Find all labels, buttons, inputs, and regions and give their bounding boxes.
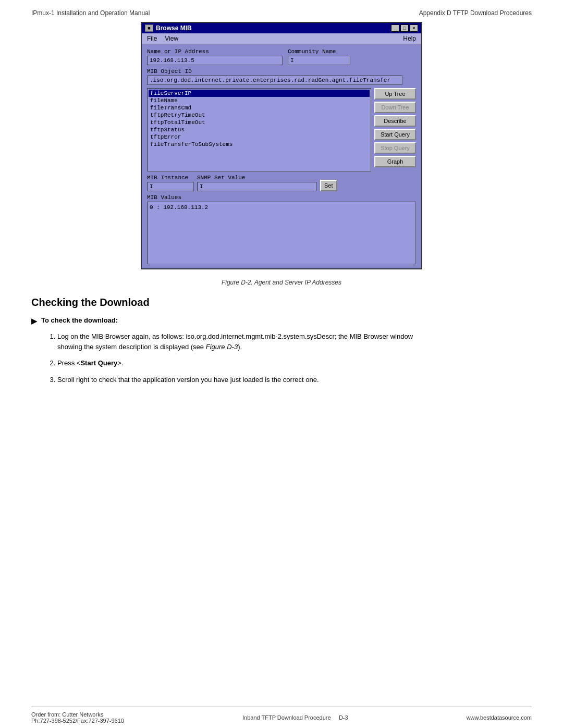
ip-label: Name or IP Address [147, 48, 283, 55]
titlebar-left: ■ Browse MIB [145, 24, 192, 32]
community-group: Community Name [288, 48, 350, 65]
start-query-button[interactable]: Start Query [374, 129, 416, 140]
mib-window: ■ Browse MIB _ □ × File View Help Name o… [141, 22, 422, 269]
snmp-input[interactable] [197, 182, 317, 191]
down-tree-button[interactable]: Down Tree [374, 102, 416, 113]
footer-phone: Ph:727-398-5252/Fax:727-397-9610 [31, 718, 124, 724]
list-item-tftptotal[interactable]: tftpTotalTimeOut [149, 119, 370, 126]
close-button[interactable]: × [410, 24, 418, 32]
menu-file[interactable]: File [147, 35, 157, 42]
step-1: Log on the MIB Browser again, as follows… [57, 331, 422, 352]
page-header: IPmux-1 Installation and Operation Manua… [0, 0, 563, 22]
ip-community-row: Name or IP Address Community Name [147, 48, 416, 65]
mib-oid-group: MIB Object ID [147, 68, 416, 85]
instance-input[interactable] [147, 182, 194, 191]
steps-list: Log on the MIB Browser again, as follows… [57, 331, 422, 385]
mib-titlebar: ■ Browse MIB _ □ × [142, 23, 421, 33]
list-item-filetranscmd[interactable]: fileTransCmd [149, 104, 370, 112]
mib-action-buttons: Up Tree Down Tree Describe Start Query S… [374, 88, 416, 171]
up-tree-button[interactable]: Up Tree [374, 88, 416, 100]
window-icon: ■ [145, 24, 153, 32]
mib-oid-input[interactable] [147, 76, 402, 85]
step-3: Scroll right to check that the applicati… [57, 375, 422, 385]
community-input[interactable] [288, 56, 350, 65]
header-right: Appendix D TFTP Download Procedures [419, 9, 532, 17]
footer-content: Order from: Cutter Networks Ph:727-398-5… [0, 707, 563, 728]
step-2: Press <Start Query>. [57, 358, 422, 368]
footer-right: www.bestdatasource.com [467, 714, 532, 721]
section-title: Checking the Download [31, 297, 422, 309]
step3-text: Scroll right to check that the applicati… [57, 376, 319, 384]
stop-query-button[interactable]: Stop Query [374, 142, 416, 154]
graph-button[interactable]: Graph [374, 156, 416, 167]
mib-body: Name or IP Address Community Name MIB Ob… [142, 44, 421, 268]
ip-group: Name or IP Address [147, 48, 283, 65]
menu-left: File View [147, 35, 178, 42]
mib-list: fileServerIP fileName fileTransCmd tftpR… [147, 88, 371, 171]
mib-instance-row: MIB Instance SNMP Set Value Set [147, 175, 416, 191]
list-item-filetransfer[interactable]: fileTransferToSubSystems [149, 141, 370, 148]
instance-group: MIB Instance [147, 175, 194, 191]
minimize-button[interactable]: _ [391, 24, 399, 32]
mib-values-content: 0 : 192.168.113.2 [150, 204, 208, 211]
list-item-filename[interactable]: fileName [149, 97, 370, 104]
instance-label: MIB Instance [147, 175, 194, 181]
arrow-icon: ▶ [31, 317, 37, 325]
list-item-tftperror[interactable]: tftpError [149, 133, 370, 141]
list-item-fileserverip[interactable]: fileServerIP [149, 90, 370, 97]
maximize-button[interactable]: □ [400, 24, 409, 32]
list-item-tftpretry[interactable]: tftpRetryTimeOut [149, 112, 370, 119]
set-button[interactable]: Set [320, 180, 337, 191]
mib-menubar: File View Help [142, 33, 421, 44]
figure-caption: Figure D-2. Agent and Server IP Addresse… [222, 279, 341, 286]
snmp-group: SNMP Set Value [197, 175, 317, 191]
mib-list-section: fileServerIP fileName fileTransCmd tftpR… [147, 88, 416, 171]
list-item-tftpstatus[interactable]: tftpStatus [149, 126, 370, 133]
footer-center: Inband TFTP Download Procedure D-3 [242, 714, 348, 721]
describe-button[interactable]: Describe [374, 115, 416, 127]
footer-order: Order from: Cutter Networks [31, 711, 103, 718]
snmp-label: SNMP Set Value [197, 175, 317, 181]
menu-help[interactable]: Help [403, 35, 416, 42]
menu-view[interactable]: View [165, 35, 178, 42]
subtitle-text: To check the download: [41, 316, 118, 324]
window-title: Browse MIB [156, 24, 192, 32]
titlebar-controls: _ □ × [391, 24, 418, 32]
step1-figure-ref: Figure D-3 [206, 343, 238, 351]
section-content: Checking the Download ▶ To check the dow… [31, 297, 422, 391]
header-left: IPmux-1 Installation and Operation Manua… [31, 9, 150, 17]
page-footer: Order from: Cutter Networks Ph:727-398-5… [0, 707, 563, 728]
footer-center-line1: Inband TFTP Download Procedure [242, 714, 331, 721]
footer-left: Order from: Cutter Networks Ph:727-398-5… [31, 711, 124, 724]
community-label: Community Name [288, 48, 350, 55]
mib-values-section: MIB Values 0 : 192.168.113.2 [147, 194, 416, 264]
set-button-group: Set [320, 180, 337, 191]
page-content: ■ Browse MIB _ □ × File View Help Name o… [0, 22, 563, 391]
mib-values-box: 0 : 192.168.113.2 [147, 202, 416, 264]
ip-input[interactable] [147, 56, 283, 65]
section-subtitle: ▶ To check the download: [31, 316, 422, 325]
mib-values-label: MIB Values [147, 194, 416, 201]
mib-oid-label: MIB Object ID [147, 68, 416, 75]
step1-text: Log on the MIB Browser again, as follows… [57, 332, 413, 351]
footer-center-line2: D-3 [339, 714, 348, 721]
step2-text: Press <Start Query>. [57, 359, 123, 367]
start-query-ref: Start Query [80, 359, 117, 367]
